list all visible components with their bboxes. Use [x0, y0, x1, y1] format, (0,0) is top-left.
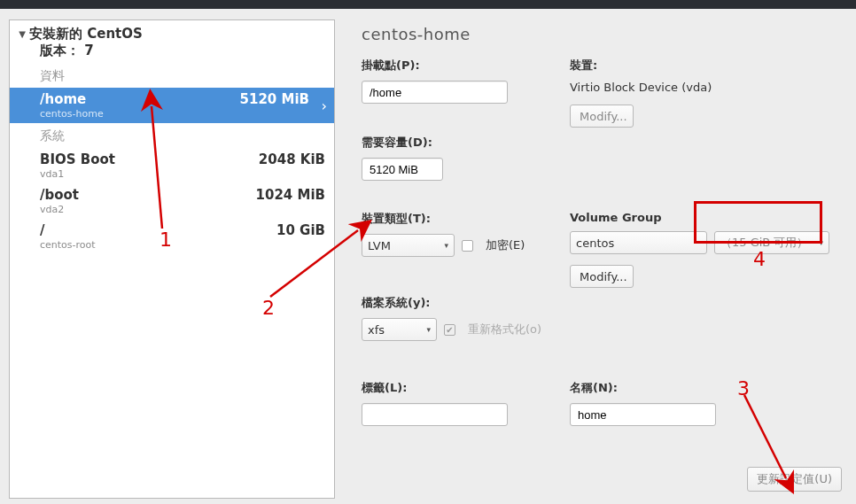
- chevron-down-icon: ▾: [426, 325, 431, 334]
- partition-item-boot[interactable]: /boot 1024 MiB vda2: [10, 183, 334, 219]
- update-settings-button[interactable]: 更新設定值(U): [747, 467, 842, 492]
- install-header-line1: 安裝新的 CentOS: [29, 26, 143, 43]
- devtype-label: 裝置類型(T):: [362, 211, 561, 227]
- modify-device-button[interactable]: Modify...: [570, 105, 634, 128]
- device-label: 裝置:: [570, 58, 831, 74]
- left-panel: ▼ 安裝新的 CentOS 版本： 7 資料 /home 5120 MiB ce…: [0, 9, 335, 504]
- vg-select[interactable]: centos: [570, 231, 707, 254]
- mountpoint-label: 掛載點(P):: [362, 58, 561, 74]
- mountpoint-input[interactable]: [362, 81, 508, 104]
- chevron-down-icon: ▾: [444, 241, 448, 250]
- detail-title: centos-home: [362, 25, 831, 43]
- devtype-select[interactable]: LVM ▾: [362, 234, 455, 257]
- fs-select[interactable]: xfs ▾: [362, 318, 437, 341]
- modify-vg-button[interactable]: Modify...: [570, 265, 634, 288]
- partition-item-home[interactable]: /home 5120 MiB centos-home ›: [10, 88, 334, 123]
- fs-label: 檔案系統(y):: [362, 295, 561, 311]
- install-header-line2: 版本： 7: [40, 43, 143, 59]
- label-input[interactable]: [362, 403, 508, 426]
- name-input[interactable]: [570, 403, 716, 426]
- form-grid: 掛載點(P): 裝置: Virtio Block Device (vda) Mo…: [362, 58, 831, 426]
- reformat-label: 重新格式化(o): [468, 322, 541, 337]
- capacity-label: 需要容量(D):: [362, 135, 561, 151]
- partition-item-root[interactable]: / 10 GiB centos-root: [10, 219, 334, 254]
- label-label: 標籤(L):: [362, 380, 561, 396]
- section-data: 資料: [10, 63, 334, 88]
- right-panel: centos-home 掛載點(P): 裝置: Virtio Block Dev…: [335, 9, 856, 504]
- reformat-checkbox: ✔: [444, 324, 455, 336]
- partition-tree: ▼ 安裝新的 CentOS 版本： 7 資料 /home 5120 MiB ce…: [9, 19, 335, 499]
- chevron-down-icon: ▼: [17, 26, 27, 39]
- chevron-right-icon: ›: [322, 97, 327, 114]
- device-value: Virtio Block Device (vda): [570, 81, 831, 94]
- capacity-input[interactable]: [362, 158, 443, 181]
- vg-label: Volume Group: [570, 211, 831, 224]
- encrypt-checkbox[interactable]: [462, 240, 473, 252]
- section-system: 系統: [10, 123, 334, 148]
- encrypt-label: 加密(E): [486, 237, 525, 253]
- name-label: 名稱(N):: [570, 380, 831, 396]
- chevron-down-icon: ▾: [819, 238, 823, 247]
- vg-free-select[interactable]: （15 GiB 可用） ▾: [714, 231, 829, 254]
- main-container: ▼ 安裝新的 CentOS 版本： 7 資料 /home 5120 MiB ce…: [0, 9, 856, 504]
- partition-item-biosboot[interactable]: BIOS Boot 2048 KiB vda1: [10, 148, 334, 183]
- tree-header[interactable]: ▼ 安裝新的 CentOS 版本： 7: [10, 20, 334, 63]
- top-bar: [0, 0, 856, 9]
